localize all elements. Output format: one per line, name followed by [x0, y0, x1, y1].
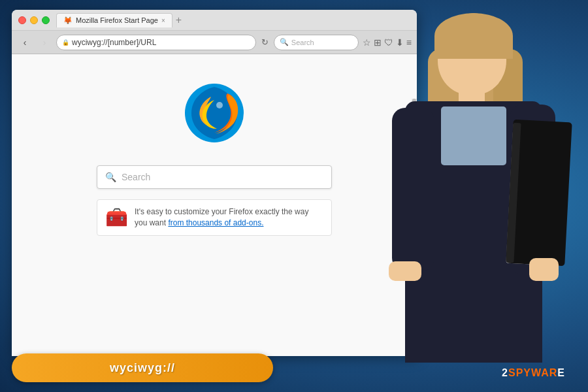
spyware-watermark: 2SPYWARE — [502, 367, 565, 379]
page-search-placeholder: Search — [122, 172, 150, 182]
tab-area: 🦊 Mozilla Firefox Start Page × + — [56, 13, 410, 27]
hand-left — [389, 261, 421, 281]
page-search-icon: 🔍 — [105, 172, 116, 182]
left-arm — [392, 108, 434, 271]
hair-top — [434, 13, 513, 59]
hand-right — [529, 258, 559, 281]
title-bar: 🦊 Mozilla Firefox Start Page × + — [12, 10, 417, 31]
svg-point-2 — [216, 102, 223, 108]
shirt — [441, 106, 506, 165]
url-icon: 🔒 — [62, 39, 69, 46]
addon-text: It's easy to customize your Firefox exac… — [135, 206, 323, 229]
tab-close-button[interactable]: × — [161, 17, 165, 24]
tab-title: Mozilla Firefox Start Page — [76, 16, 158, 24]
addon-promo: 🧰 It's easy to customize your Firefox ex… — [97, 199, 332, 236]
new-tab-button[interactable]: + — [176, 14, 182, 26]
nav-bar: ‹ › 🔒 wyciwyg://[number]/URL ↻ 🔍 Search … — [12, 31, 417, 54]
url-text: wyciwyg://[number]/URL — [72, 38, 156, 47]
active-tab[interactable]: 🦊 Mozilla Firefox Start Page × — [56, 13, 172, 27]
nav-search-icon: 🔍 — [280, 38, 289, 46]
browser-window: 🦊 Mozilla Firefox Start Page × + ‹ › 🔒 w… — [12, 10, 417, 356]
person-figure — [366, 0, 588, 366]
back-button[interactable]: ‹ — [17, 35, 33, 50]
firefox-tab-icon: 🦊 — [63, 16, 73, 25]
maximize-button[interactable] — [42, 16, 50, 24]
page-search-box[interactable]: 🔍 Search — [97, 165, 332, 189]
nav-search-bar[interactable]: 🔍 Search — [274, 35, 359, 50]
browser-content: 🔍 Search 🧰 It's easy to customize your F… — [12, 54, 417, 356]
close-button[interactable] — [18, 16, 26, 24]
bottom-banner: wyciwyg:// — [12, 353, 273, 382]
person-body-container — [372, 3, 575, 366]
traffic-lights — [18, 16, 50, 24]
minimize-button[interactable] — [30, 16, 38, 24]
url-bar[interactable]: 🔒 wyciwyg://[number]/URL — [56, 35, 256, 50]
forward-button[interactable]: › — [37, 35, 52, 50]
addon-toolbox-icon: 🧰 — [105, 206, 128, 228]
banner-text: wyciwyg:// — [110, 361, 175, 375]
firefox-logo — [182, 80, 247, 146]
nav-search-placeholder: Search — [291, 39, 314, 46]
addon-link[interactable]: from thousands of add-ons. — [168, 218, 263, 227]
refresh-button[interactable]: ↻ — [261, 37, 269, 47]
spyware-text: 2SPYWARE — [502, 367, 565, 378]
